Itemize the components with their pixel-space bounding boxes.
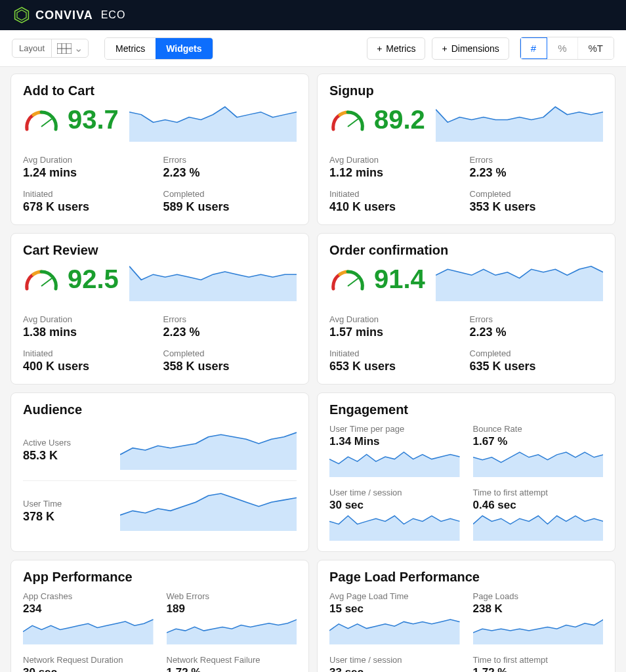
format-hash-button[interactable]: # [520, 37, 547, 59]
stat-value: 85.3 K [23, 449, 108, 463]
card-title: Signup [329, 83, 603, 98]
format-toggle: # % %T [520, 37, 614, 60]
stat-user-time-session: User time / session33 sec [329, 655, 460, 672]
stat-app-crashes: App Crashes234 [23, 591, 154, 644]
sparkline [473, 514, 604, 541]
top-bar: CONVIVA ECO [0, 0, 626, 30]
svg-marker-1 [17, 10, 26, 20]
tab-metrics[interactable]: Metrics [105, 38, 156, 59]
sparkline [329, 451, 460, 477]
layout-selector[interactable]: Layout ⌄ [12, 39, 89, 58]
gauge-icon [329, 107, 366, 133]
stat-errors: Errors2.23 % [163, 314, 297, 339]
grid-icon [57, 43, 72, 54]
sparkline [329, 618, 460, 644]
card-title: Engagement [329, 402, 603, 417]
card-app-performance: App Performance App Crashes234 Web Error… [10, 560, 309, 672]
stat-initiated: Initiated410 K users [329, 189, 463, 214]
conviva-logo-icon [13, 7, 30, 24]
sparkline [436, 105, 603, 142]
svg-line-8 [41, 278, 52, 286]
add-metrics-button[interactable]: +Metrics [367, 37, 425, 60]
sparkline [129, 264, 297, 301]
svg-line-9 [348, 278, 358, 286]
stat-avg-duration: Avg Duration1.38 mins [23, 314, 157, 339]
svg-line-7 [348, 119, 358, 127]
stat-network-failure: Network Request Failure1.72 % [167, 655, 297, 672]
brand-logo: CONVIVA ECO [13, 7, 125, 24]
layout-label: Layout [12, 39, 52, 57]
score-value: 89.2 [374, 105, 425, 135]
stat-time-first-attempt: Time to first attempt0.46 sec [473, 488, 604, 541]
card-order-confirmation: Order confirmation 91.4 Avg Duration1.57… [317, 233, 616, 385]
score-value: 92.5 [68, 264, 119, 294]
card-title: App Performance [23, 570, 297, 585]
stat-page-loads: Page Loads238 K [473, 591, 604, 644]
stat-bounce-rate: Bounce Rate1.67 % [473, 424, 604, 477]
stat-user-time-page: User Time per page1.34 Mins [329, 424, 460, 477]
dashboard-grid: Add to Cart 93.7 Avg Duration1.24 mins E… [0, 67, 626, 672]
stat-completed: Completed358 K users [163, 348, 297, 373]
card-title: Cart Review [23, 243, 297, 258]
card-page-load: Page Load Performance Avg Page Load Time… [317, 560, 616, 672]
sparkline [23, 618, 154, 644]
stat-errors: Errors2.23 % [470, 314, 604, 339]
layout-grid-button[interactable]: ⌄ [52, 39, 88, 57]
score-value: 91.4 [374, 264, 425, 294]
card-cart-review: Cart Review 92.5 Avg Duration1.38 mins E… [10, 233, 309, 385]
stat-web-errors: Web Errors189 [167, 591, 297, 644]
tab-widgets[interactable]: Widgets [156, 38, 212, 59]
stat-avg-duration: Avg Duration1.12 mins [329, 155, 463, 180]
card-title: Order confirmation [329, 243, 603, 258]
sparkline [473, 451, 604, 477]
card-signup: Signup 89.2 Avg Duration1.12 mins Errors… [317, 74, 616, 225]
sparkline [329, 514, 460, 541]
add-dimensions-label: Dimensions [451, 43, 499, 54]
view-tabs: Metrics Widgets [104, 37, 213, 60]
gauge-icon [23, 266, 60, 293]
add-dimensions-button[interactable]: +Dimensions [432, 37, 509, 60]
score-value: 93.7 [68, 105, 119, 135]
stat-avg-duration: Avg Duration1.57 mins [329, 314, 463, 339]
stat-completed: Completed635 K users [470, 348, 604, 373]
toolbar: Layout ⌄ Metrics Widgets +Metrics +Dimen… [0, 30, 626, 67]
brand-product: ECO [101, 9, 126, 21]
stat-errors: Errors2.23 % [470, 155, 604, 180]
svg-line-6 [41, 119, 52, 127]
sparkline [129, 105, 297, 142]
chevron-down-icon: ⌄ [74, 42, 83, 54]
stat-label: User Time [23, 499, 108, 509]
stat-initiated: Initiated400 K users [23, 348, 157, 373]
format-percent-button[interactable]: % [547, 37, 577, 59]
plus-icon: + [377, 43, 382, 54]
stat-errors: Errors2.23 % [163, 155, 297, 180]
stat-label: Active Users [23, 438, 108, 448]
stat-time-first-attempt: Time to first attempt1.72 % [473, 655, 604, 672]
stat-avg-duration: Avg Duration1.24 mins [23, 155, 157, 180]
sparkline [167, 618, 297, 644]
card-audience: Audience Active Users85.3 K User Time378… [10, 392, 309, 552]
stat-avg-page-load: Avg Page Load Time15 sec [329, 591, 460, 644]
card-title: Add to Cart [23, 83, 297, 98]
add-metrics-label: Metrics [386, 43, 415, 54]
card-engagement: Engagement User Time per page1.34 Mins B… [317, 392, 616, 552]
stat-network-duration: Network Request Duration30 sec [23, 655, 154, 672]
stat-completed: Completed353 K users [470, 189, 604, 214]
sparkline [120, 430, 297, 470]
card-add-to-cart: Add to Cart 93.7 Avg Duration1.24 mins E… [10, 74, 309, 225]
sparkline [473, 618, 604, 644]
gauge-icon [329, 266, 366, 293]
card-title: Page Load Performance [329, 570, 603, 585]
gauge-icon [23, 107, 60, 133]
stat-initiated: Initiated653 K users [329, 348, 463, 373]
brand-name: CONVIVA [35, 9, 93, 22]
stat-completed: Completed589 K users [163, 189, 297, 214]
sparkline [436, 264, 603, 301]
stat-value: 378 K [23, 510, 108, 524]
stat-initiated: Initiated678 K users [23, 189, 157, 214]
sparkline [120, 492, 297, 531]
stat-user-time-session: User time / session30 sec [329, 488, 460, 541]
format-percent-t-button[interactable]: %T [578, 37, 614, 59]
plus-icon: + [442, 43, 447, 54]
card-title: Audience [23, 402, 297, 417]
